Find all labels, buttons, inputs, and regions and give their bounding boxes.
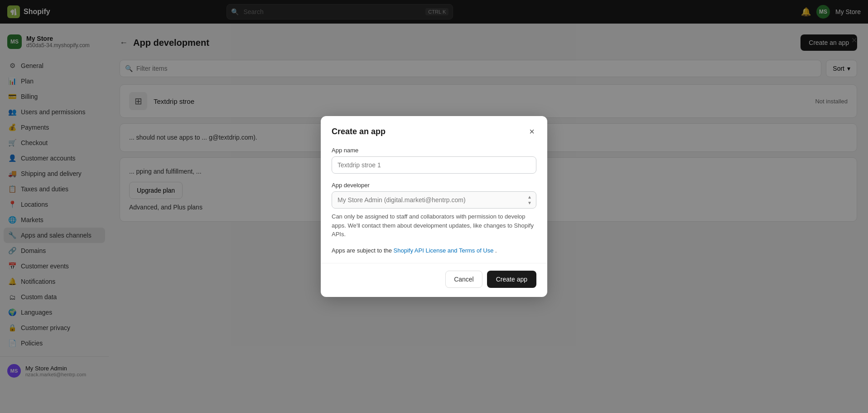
modal-footer: Cancel Create app (321, 263, 547, 297)
input-arrows: ▲ ▼ (527, 194, 532, 205)
app-name-label: App name (332, 147, 536, 154)
modal-title: Create an app (332, 127, 386, 136)
app-developer-label: App developer (332, 182, 536, 189)
app-developer-input-wrap: ▲ ▼ (332, 191, 536, 209)
terms-text: Apps are subject to the Shopify API Lice… (332, 247, 536, 254)
arrow-up-icon: ▲ (527, 194, 532, 199)
modal-body: App name App developer ▲ ▼ Can only be a… (321, 138, 547, 263)
app-developer-group: App developer ▲ ▼ Can only be assigned t… (332, 182, 536, 239)
app-developer-input[interactable] (332, 191, 536, 209)
app-name-input[interactable] (332, 156, 536, 174)
cancel-button[interactable]: Cancel (445, 271, 482, 288)
create-app-modal-button[interactable]: Create app (487, 271, 536, 288)
modal-close-button[interactable]: × (527, 125, 536, 138)
arrow-down-icon: ▼ (527, 200, 532, 205)
terms-link[interactable]: Shopify API License and Terms of Use (394, 247, 494, 254)
create-app-modal: Create an app × App name App developer ▲… (321, 116, 547, 297)
app-developer-helper: Can only be assigned to staff and collab… (332, 212, 536, 239)
modal-overlay[interactable]: Create an app × App name App developer ▲… (0, 0, 868, 413)
modal-header: Create an app × (321, 116, 547, 138)
app-name-group: App name (332, 147, 536, 174)
